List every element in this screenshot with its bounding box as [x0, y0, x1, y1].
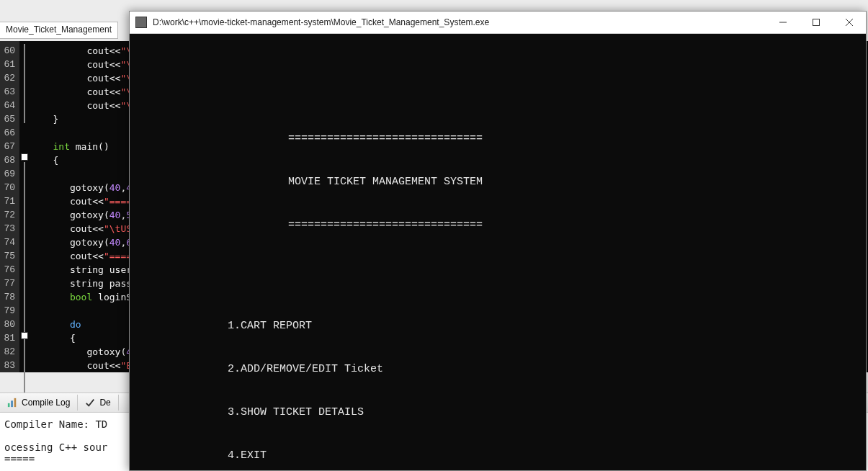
line-number: 81 — [3, 331, 15, 345]
line-number: 82 — [3, 345, 15, 359]
console-body[interactable]: ============================== MOVIE TIC… — [130, 34, 866, 471]
line-number: 66 — [3, 126, 15, 140]
debug-tab[interactable]: De — [78, 395, 118, 411]
minimize-button[interactable] — [766, 12, 800, 34]
line-number: 73 — [3, 222, 15, 236]
line-number: 76 — [3, 263, 15, 277]
compile-log-label: Compile Log — [22, 398, 70, 408]
line-number: 69 — [3, 167, 15, 181]
line-number: 78 — [3, 290, 15, 304]
app-icon — [135, 17, 147, 28]
fold-strip — [19, 41, 30, 372]
menu-option-3: 3.SHOW TICKET DETAILS — [228, 405, 866, 420]
line-number: 62 — [3, 71, 15, 85]
check-icon — [85, 398, 95, 408]
bar-chart-icon — [7, 398, 17, 408]
compile-log-tab[interactable]: Compile Log — [0, 395, 78, 411]
menu-option-2: 2.ADD/REMOVE/EDIT Ticket — [228, 362, 866, 377]
line-number: 65 — [3, 112, 15, 126]
file-tab[interactable]: Movie_Ticket_Management — [0, 22, 118, 39]
line-number: 70 — [3, 181, 15, 194]
line-number: 60 — [3, 44, 15, 58]
line-number: 71 — [3, 194, 15, 208]
line-number: 61 — [3, 58, 15, 71]
menu-title: MOVIE TICKET MANAGEMENT SYSTEM — [288, 175, 866, 189]
line-number: 79 — [3, 304, 15, 318]
console-window: D:\work\c++\movie-ticket-management-syst… — [129, 11, 867, 471]
line-number: 63 — [3, 85, 15, 99]
menu-option-4: 4.EXIT — [228, 449, 866, 463]
menu-rule-bottom: ============================== — [288, 218, 866, 233]
minimize-icon — [779, 19, 787, 26]
svg-rect-0 — [8, 403, 10, 407]
line-number: 83 — [3, 359, 15, 372]
maximize-icon — [813, 19, 820, 26]
close-icon — [846, 19, 853, 26]
svg-rect-4 — [813, 19, 820, 26]
svg-rect-2 — [14, 398, 17, 407]
debug-label: De — [99, 398, 110, 408]
line-number: 80 — [3, 318, 15, 331]
close-button[interactable] — [833, 12, 866, 34]
line-number: 72 — [3, 208, 15, 222]
console-title: D:\work\c++\movie-ticket-management-syst… — [153, 17, 489, 27]
line-number: 67 — [3, 140, 15, 153]
line-number: 75 — [3, 249, 15, 263]
menu-rule-top: ============================== — [288, 132, 866, 146]
gutter: 6061626364656667686970717273747576777879… — [0, 41, 19, 372]
console-titlebar[interactable]: D:\work\c++\movie-ticket-management-syst… — [130, 12, 866, 34]
menu-option-1: 1.CART REPORT — [228, 319, 866, 333]
maximize-button[interactable] — [800, 12, 833, 34]
line-number: 74 — [3, 236, 15, 249]
line-number: 68 — [3, 153, 15, 167]
line-number: 64 — [3, 99, 15, 112]
line-number: 77 — [3, 277, 15, 290]
svg-rect-1 — [11, 400, 13, 407]
